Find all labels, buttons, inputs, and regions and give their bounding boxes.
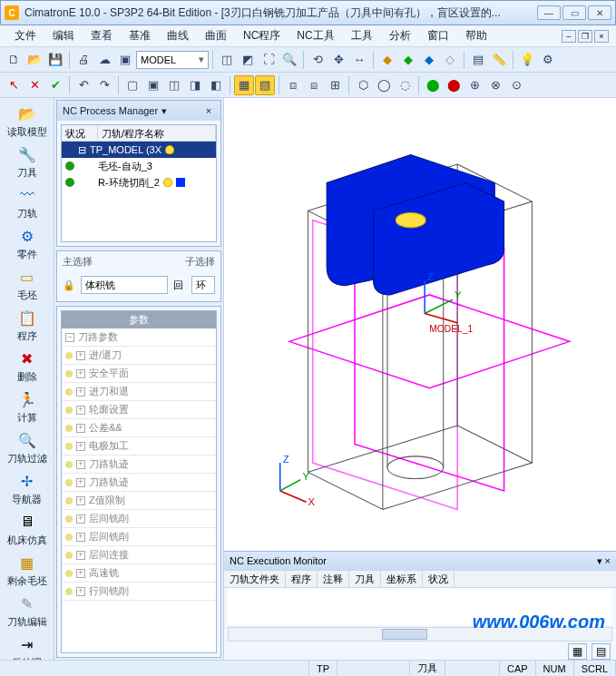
layer-icon[interactable]: ▤ — [468, 50, 488, 70]
shade4-icon[interactable]: ◇ — [440, 50, 460, 70]
param-row[interactable]: +Z值限制 — [62, 492, 216, 510]
menu-view[interactable]: 查看 — [83, 26, 120, 45]
zoomfit-icon[interactable]: ⛶ — [259, 50, 279, 70]
menu-window[interactable]: 窗口 — [420, 26, 456, 45]
exec-pin-icon[interactable]: ▾ × — [597, 555, 611, 567]
bulb-icon[interactable]: 💡 — [517, 50, 537, 70]
exec-btn2[interactable]: ▤ — [592, 643, 611, 660]
box3-icon[interactable]: ◫ — [164, 75, 184, 95]
menu-ncprogram[interactable]: NC程序 — [236, 26, 288, 45]
menu-help[interactable]: 帮助 — [458, 26, 494, 45]
chain1-icon[interactable]: ⬡ — [353, 75, 373, 95]
shade2-icon[interactable]: ◆ — [398, 50, 418, 70]
lb-postproc[interactable]: ⇥后处理 — [3, 634, 52, 660]
box2-icon[interactable]: ▣ — [143, 75, 163, 95]
menu-nctool[interactable]: NC工具 — [289, 26, 341, 45]
tree-col-status[interactable]: 状况 — [62, 125, 98, 141]
param-row[interactable]: +行间铣削 — [62, 583, 216, 601]
exec-col-tool[interactable]: 刀具 — [349, 571, 381, 587]
save-icon[interactable]: 💾 — [45, 50, 65, 70]
lock-icon[interactable]: 🔒 — [63, 279, 75, 291]
close-button[interactable]: ✕ — [588, 5, 611, 20]
menu-tool[interactable]: 工具 — [344, 26, 380, 45]
orbit-icon[interactable]: ⟲ — [308, 50, 328, 70]
exec-col-comment[interactable]: 注释 — [318, 571, 349, 587]
filter2-icon[interactable]: ⧇ — [304, 75, 324, 95]
check-icon[interactable]: ✔ — [45, 75, 65, 95]
lb-delete[interactable]: ✖删除 — [3, 348, 52, 384]
undo-icon[interactable]: ↶ — [73, 75, 93, 95]
main-sel-field[interactable]: 体积铣 — [81, 276, 168, 294]
lb-stock[interactable]: ▭毛坯 — [3, 267, 52, 302]
ext5-icon[interactable]: ⊙ — [506, 75, 526, 95]
param-row[interactable]: +刀路轨迹 — [62, 456, 216, 474]
mdi-minimize[interactable]: – — [562, 30, 576, 43]
view1-icon[interactable]: ◫ — [217, 50, 237, 70]
hl2-icon[interactable]: ▧ — [255, 75, 275, 95]
ext3-icon[interactable]: ⊕ — [464, 75, 484, 95]
print-icon[interactable]: 🖨 — [73, 50, 93, 70]
panel-close-icon[interactable]: × — [202, 104, 215, 117]
ext1-icon[interactable]: ⬤ — [423, 75, 443, 95]
lb-filter[interactable]: 🔍刀轨过滤 — [3, 430, 52, 465]
new-icon[interactable]: 🗋 — [4, 50, 24, 70]
menu-edit[interactable]: 编辑 — [45, 26, 82, 45]
exec-col-program[interactable]: 程序 — [286, 571, 318, 587]
menu-curve[interactable]: 曲线 — [160, 26, 196, 45]
gear-icon[interactable]: ⚙ — [538, 50, 558, 70]
model-selector[interactable]: MODEL — [136, 51, 209, 69]
cross-icon[interactable]: ✕ — [24, 75, 44, 95]
lb-editpath[interactable]: ✎刀轨编辑 — [3, 593, 52, 629]
box1-icon[interactable]: ▢ — [122, 75, 142, 95]
ext4-icon[interactable]: ⊗ — [485, 75, 505, 95]
lb-simulate[interactable]: 🖥机床仿真 — [3, 512, 52, 547]
menu-analyze[interactable]: 分析 — [382, 26, 418, 45]
lb-reststock[interactable]: ▦剩余毛坯 — [3, 553, 52, 588]
lb-tool[interactable]: 🔧刀具 — [3, 144, 52, 180]
exec-col-csys[interactable]: 坐标系 — [381, 571, 423, 587]
param-row[interactable]: –刀路参数 — [62, 328, 216, 347]
tree-row-tpmodel[interactable]: ⊟ TP_MODEL (3X — [62, 142, 216, 158]
menu-surface[interactable]: 曲面 — [198, 26, 234, 45]
lb-compute[interactable]: 🏃计算 — [3, 389, 52, 425]
param-row[interactable]: +刀路轨迹 — [62, 474, 216, 492]
param-row[interactable]: +进/退刀 — [62, 347, 216, 365]
view2-icon[interactable]: ◩ — [238, 50, 258, 70]
ext2-icon[interactable]: ⬤ — [444, 75, 464, 95]
shade3-icon[interactable]: ◆ — [419, 50, 439, 70]
param-row[interactable]: +轮廓设置 — [62, 401, 216, 419]
param-row[interactable]: +高速铣 — [62, 564, 216, 583]
maximize-button[interactable]: ▭ — [562, 5, 586, 20]
move-icon[interactable]: ↔ — [349, 50, 369, 70]
param-row[interactable]: +层间连接 — [62, 546, 216, 564]
hl1-icon[interactable]: ▦ — [234, 75, 254, 95]
tree-col-name[interactable]: 刀轨/程序名称 — [98, 125, 216, 141]
param-row[interactable]: +进刀和退 — [62, 383, 216, 401]
zoomin-icon[interactable]: 🔍 — [279, 50, 299, 70]
param-row[interactable]: +电极加工 — [62, 437, 216, 456]
redo-icon[interactable]: ↷ — [94, 75, 114, 95]
lb-navigator[interactable]: ✢导航器 — [3, 471, 52, 506]
recycle-icon[interactable]: 回 — [173, 279, 186, 292]
mdi-close[interactable]: × — [594, 30, 609, 43]
menu-file[interactable]: 文件 — [7, 26, 44, 45]
chain3-icon[interactable]: ◌ — [395, 75, 415, 95]
exec-col-status[interactable]: 状况 — [423, 571, 455, 587]
process-tree[interactable]: 状况 刀轨/程序名称 ⊟ TP_MODEL (3X 毛坯-自动_3 R-环绕切削… — [61, 124, 217, 242]
sub-sel-field[interactable]: 环 — [191, 276, 215, 294]
param-row[interactable]: +层间铣削 — [62, 510, 216, 528]
params-list[interactable]: 参数 –刀路参数 +进/退刀 +安全平面 +进刀和退 +轮廓设置 +公差&& +… — [61, 310, 217, 653]
shade1-icon[interactable]: ◆ — [377, 50, 397, 70]
cube-icon[interactable]: ▣ — [115, 50, 135, 70]
arrow-icon[interactable]: ↖ — [4, 75, 24, 95]
3d-viewport[interactable]: Z Y MODEL_1 Z Y X NC Execution Monitor ▾… — [223, 98, 616, 660]
param-row[interactable]: +公差&& — [62, 419, 216, 437]
filter1-icon[interactable]: ⧈ — [283, 75, 303, 95]
lb-readmodel[interactable]: 📂读取模型 — [3, 103, 52, 139]
exec-btn1[interactable]: ▦ — [568, 643, 587, 660]
param-row[interactable]: +安全平面 — [62, 365, 216, 383]
mdi-restore[interactable]: ❐ — [578, 30, 592, 43]
cloud-icon[interactable]: ☁ — [94, 50, 114, 70]
exec-col-folder[interactable]: 刀轨文件夹 — [224, 571, 286, 587]
param-row[interactable]: +层间铣削 — [62, 528, 216, 546]
